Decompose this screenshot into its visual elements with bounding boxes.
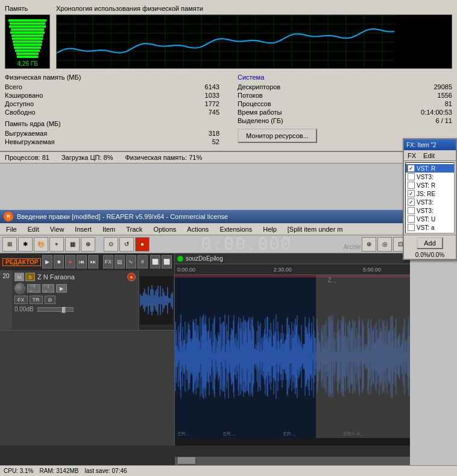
fx-status: 0.0%/0.0% bbox=[404, 251, 456, 259]
volume-slider[interactable] bbox=[37, 307, 74, 312]
toolbar-btn-8[interactable]: ↺ bbox=[119, 237, 134, 252]
reaper-icon: R bbox=[4, 212, 13, 221]
toolbar-btn-10[interactable]: ◎ bbox=[377, 237, 392, 252]
menu-track[interactable]: Track bbox=[121, 224, 147, 234]
mem-bar-4 bbox=[11, 28, 44, 31]
ed-btn-stop[interactable]: ■ bbox=[54, 255, 64, 268]
fx-item-4[interactable]: ✓ VST3: bbox=[406, 198, 454, 206]
ed-btn-env[interactable]: ∿ bbox=[126, 255, 136, 268]
toolbar-btn-2[interactable]: ✱ bbox=[18, 237, 33, 252]
horizontal-scrollbar[interactable] bbox=[175, 457, 410, 465]
fx-item-0[interactable]: ✓ VST: R bbox=[406, 164, 454, 173]
mem-bar-5 bbox=[10, 31, 45, 34]
track-buttons: M S bbox=[14, 273, 35, 281]
fx-checkbox-6[interactable] bbox=[408, 215, 415, 223]
ruler-mark-2: 5:00.00 bbox=[363, 267, 381, 273]
fx-add-row: Add bbox=[404, 235, 456, 251]
stats-entry-free: Свободно 745 bbox=[5, 108, 219, 116]
mem-bar-8 bbox=[13, 40, 43, 43]
menu-item[interactable]: Item bbox=[98, 224, 120, 234]
cpu-status: CPU: 3.1% bbox=[4, 468, 33, 474]
fx-item-1[interactable]: VST3: bbox=[406, 173, 454, 181]
ed-btn-waveform[interactable]: ⬜ bbox=[150, 255, 160, 268]
menu-help[interactable]: Help bbox=[258, 224, 282, 234]
menu-actions[interactable]: Actions bbox=[182, 224, 213, 234]
ed-btn-back[interactable]: ⏮ bbox=[77, 255, 87, 268]
mem-bar-6 bbox=[11, 34, 44, 37]
tr-button[interactable]: TR bbox=[30, 296, 43, 304]
toolbar-btn-4[interactable]: ⌖ bbox=[49, 237, 64, 252]
fx-menubar: FX Edit bbox=[404, 150, 456, 161]
mem-bar-10 bbox=[14, 46, 41, 49]
track-ctrl-2[interactable]: ←|→ bbox=[42, 284, 54, 293]
fx-item-6[interactable]: VST: U bbox=[406, 215, 454, 223]
fx-item-label-3: JS: RE bbox=[417, 191, 435, 197]
fx-checkbox-2[interactable] bbox=[408, 182, 415, 189]
track-area: РЕДАКТОР ▶ ■ ● ⏮ ⏭ FX ▤ ∿ # ⬜ ⬜ 20 bbox=[0, 253, 410, 446]
fx-controls-row: FX TR ⊘ bbox=[14, 296, 136, 304]
toolbar-btn-3[interactable]: 🎨 bbox=[34, 237, 48, 252]
fx-add-button[interactable]: Add bbox=[417, 237, 443, 249]
menu-extensions[interactable]: Extensions bbox=[215, 224, 257, 234]
fx-checkbox-1[interactable] bbox=[408, 173, 415, 180]
toolbar-btn-6[interactable]: ⊕ bbox=[81, 237, 95, 252]
ed-btn-play[interactable]: ▶ bbox=[42, 255, 52, 268]
ed-btn-fwd[interactable]: ⏭ bbox=[88, 255, 98, 268]
menu-edit[interactable]: Edit bbox=[23, 224, 44, 234]
waveform-area[interactable] bbox=[175, 275, 410, 446]
fx-item-3[interactable]: ✓ JS: RE bbox=[406, 189, 454, 198]
phase-button[interactable]: ⊘ bbox=[45, 296, 55, 304]
memory-label: Память bbox=[5, 5, 50, 12]
record-arm-button[interactable]: ● bbox=[127, 273, 136, 281]
ed-btn-rec[interactable]: ● bbox=[65, 255, 75, 268]
fx-item-2[interactable]: VST: R bbox=[406, 181, 454, 189]
track-ctrl-1[interactable]: →|← bbox=[27, 284, 40, 293]
track-label-name: souzDoEpilog bbox=[186, 255, 223, 262]
pan-knob[interactable] bbox=[14, 283, 25, 294]
fx-item-label-5: VST3: bbox=[417, 208, 433, 214]
thumb-canvas bbox=[140, 276, 173, 325]
fx-titlebar: FX: Item "2 bbox=[404, 139, 456, 150]
fx-checkbox-7[interactable] bbox=[408, 224, 415, 231]
fx-item-5[interactable]: VST3: bbox=[406, 206, 454, 215]
ed-btn-fx[interactable]: FX bbox=[103, 255, 113, 268]
mute-button[interactable]: M bbox=[14, 273, 24, 281]
track-ctrl-3[interactable]: ▶ bbox=[56, 284, 67, 293]
solo-button[interactable]: S bbox=[25, 273, 35, 281]
stats-entry-cached: Кэшировано 1033 bbox=[5, 91, 219, 100]
toolbar-rec-btn[interactable]: ● bbox=[135, 237, 150, 252]
toolbar-btn-7[interactable]: ⊙ bbox=[104, 237, 118, 252]
menu-split[interactable]: [Split item under m bbox=[283, 224, 348, 234]
process-count: Процессов: 81 bbox=[5, 154, 49, 161]
track-number: 20 bbox=[0, 270, 12, 330]
ed-btn-waveform2[interactable]: ⬜ bbox=[162, 255, 172, 268]
sys-entry-threads: Потоков 1556 bbox=[238, 91, 452, 100]
scroll-thumb[interactable] bbox=[178, 457, 196, 465]
fx-checkbox-0[interactable]: ✓ bbox=[408, 165, 415, 172]
sys-entry-allocated: Выделено (ГБ) 6 / 11 bbox=[238, 116, 452, 125]
menu-view[interactable]: View bbox=[45, 224, 69, 234]
ed-btn-mix[interactable]: ▤ bbox=[115, 255, 125, 268]
track-volume: 0.00dB bbox=[14, 306, 34, 313]
toolbar-btn-5[interactable]: ▦ bbox=[65, 237, 80, 252]
fx-checkbox-4[interactable]: ✓ bbox=[408, 198, 415, 206]
menu-file[interactable]: File bbox=[1, 224, 22, 234]
menu-insert[interactable]: Insert bbox=[70, 224, 96, 234]
menu-options[interactable]: Options bbox=[148, 224, 181, 234]
mem-bar-7 bbox=[12, 37, 43, 40]
resource-monitor-button[interactable]: Монитор ресурсов... bbox=[238, 129, 317, 143]
fx-checkbox-3[interactable]: ✓ bbox=[408, 190, 415, 197]
fx-menu-fx[interactable]: FX bbox=[404, 152, 420, 159]
waveform-thumbnail bbox=[138, 270, 174, 330]
track-name: Z N Faraona bbox=[37, 273, 75, 281]
toolbar-btn-9[interactable]: ⊛ bbox=[362, 237, 376, 252]
fx-item-7[interactable]: VST: a bbox=[406, 223, 454, 232]
phys-memory-table: Физическая память (МБ) Всего 6143 Кэширо… bbox=[5, 74, 219, 146]
fx-menu-edit[interactable]: Edit bbox=[420, 152, 438, 159]
fx-button[interactable]: FX bbox=[14, 296, 28, 304]
toolbar-btn-1[interactable]: ⊞ bbox=[2, 237, 17, 252]
fx-checkbox-5[interactable] bbox=[408, 207, 415, 214]
ed-btn-grid[interactable]: # bbox=[137, 255, 148, 268]
fx-title: FX: Item "2 bbox=[406, 142, 437, 148]
stats-entry-total: Всего 6143 bbox=[5, 83, 219, 91]
